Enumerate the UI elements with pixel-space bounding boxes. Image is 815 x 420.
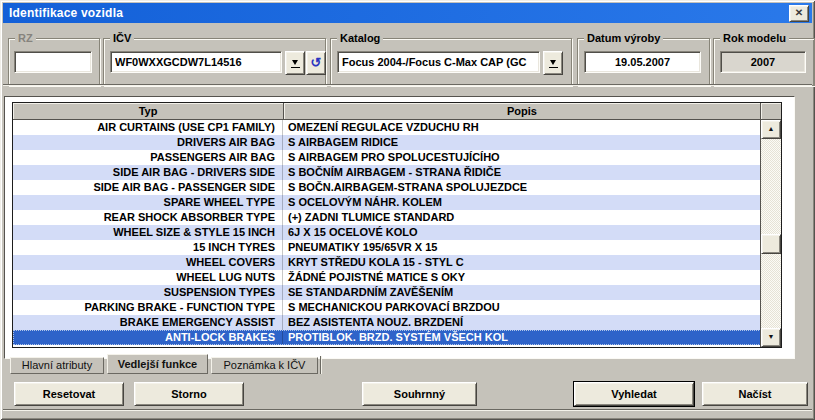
- datum-vyroby-value[interactable]: 19.05.2007: [584, 51, 701, 73]
- table-row[interactable]: PARKING BRAKE - FUNCTION TYPES MECHANICK…: [13, 300, 761, 315]
- icv-undo-button[interactable]: ↺: [306, 51, 326, 75]
- storno-button[interactable]: Storno: [134, 382, 244, 406]
- datum-vyroby-groupbox: Datum výroby 19.05.2007: [577, 38, 710, 86]
- vyhledat-button[interactable]: Vyhledat: [574, 382, 694, 406]
- table-row[interactable]: WHEEL COVERSKRYT STŘEDU KOLA 15 - STYL C: [13, 255, 761, 270]
- column-header-popis[interactable]: Popis: [284, 103, 761, 120]
- katalog-dropdown-button[interactable]: [543, 51, 563, 75]
- table-row[interactable]: SIDE AIR BAG - DRIVERS SIDES BOČNÍM AIRB…: [13, 165, 761, 180]
- cell-popis: S OCELOVÝM NÁHR. KOLEM: [283, 195, 761, 210]
- table-row[interactable]: SUSPENSION TYPESSE STANDARDNÍM ZAVĚŠENÍM: [13, 285, 761, 300]
- table-row[interactable]: BRAKE EMERGENCY ASSISTBEZ ASISTENTA NOUZ…: [13, 315, 761, 330]
- table-body: AIR CURTAINS (USE CP1 FAMILY)OMEZENÍ REG…: [13, 120, 761, 347]
- cell-popis: PNEUMATIKY 195/65VR X 15: [283, 240, 761, 255]
- cell-popis: 6J X 15 OCELOVÉ KOLO: [283, 225, 761, 240]
- cell-typ: AIR CURTAINS (USE CP1 FAMILY): [13, 120, 283, 135]
- close-icon[interactable]: ✕: [789, 5, 809, 22]
- tab-hlavni-atributy[interactable]: Hlavní atributy: [10, 357, 104, 374]
- tab-vedlejsi-funkce[interactable]: Vedlejší funkce: [107, 354, 208, 374]
- drop-down-icon: [291, 59, 300, 68]
- rz-input[interactable]: [14, 51, 92, 73]
- cell-typ: SIDE AIR BAG - PASSENGER SIDE: [13, 180, 283, 195]
- drop-down-icon: [549, 59, 558, 68]
- katalog-combobox[interactable]: Focus 2004-/Focus C-Max CAP (GC: [337, 51, 540, 73]
- cell-typ: DRIVERS AIR BAG: [13, 135, 283, 150]
- vehicle-identification-dialog: Identifikace vozidla ✕ RZ IČV ↺ Katalog …: [0, 0, 815, 420]
- cell-popis: (+) ZADNI TLUMICE STANDARD: [283, 210, 761, 225]
- cell-popis: KRYT STŘEDU KOLA 15 - STYL C: [283, 255, 761, 270]
- title-bar[interactable]: Identifikace vozidla ✕: [3, 3, 812, 23]
- icv-input[interactable]: [110, 51, 282, 73]
- cell-popis: BEZ ASISTENTA NOUZ. BRZDENÍ: [283, 315, 761, 330]
- table-row[interactable]: WHEEL SIZE & STYLE 15 INCH6J X 15 OCELOV…: [13, 225, 761, 240]
- cell-typ: ANTI-LOCK BRAKES: [13, 330, 283, 345]
- tab-strip-divider: [320, 356, 321, 374]
- cell-popis: S BOČNÍM AIRBAGEM - STRANA ŘIDIČE: [283, 165, 761, 180]
- icv-label: IČV: [110, 31, 134, 45]
- katalog-groupbox: Katalog Focus 2004-/Focus C-Max CAP (GC: [330, 38, 572, 86]
- cell-typ: WHEEL COVERS: [13, 255, 283, 270]
- katalog-label: Katalog: [337, 31, 383, 45]
- tab-poznamka-k-icv[interactable]: Poznámka k IČV: [211, 357, 318, 374]
- resetovat-button[interactable]: Resetovat: [14, 382, 124, 406]
- rok-modelu-value: 2007: [720, 51, 806, 73]
- table-row[interactable]: REAR SHOCK ABSORBER TYPE(+) ZADNI TLUMIC…: [13, 210, 761, 225]
- table-row[interactable]: ANTI-LOCK BRAKESPROTIBLOK. BRZD. SYSTÉM …: [13, 330, 761, 345]
- datum-vyroby-label: Datum výroby: [584, 31, 663, 45]
- column-header-typ[interactable]: Typ: [13, 103, 284, 120]
- cell-typ: SIDE AIR BAG - DRIVERS SIDE: [13, 165, 283, 180]
- table-row[interactable]: WHEEL LUG NUTSŽÁDNÉ POJISTNÉ MATICE S OK…: [13, 270, 761, 285]
- nacist-button[interactable]: Načíst: [702, 382, 808, 406]
- cell-typ: WHEEL SIZE & STYLE 15 INCH: [13, 225, 283, 240]
- vertical-scrollbar[interactable]: ▲ ▼: [760, 120, 781, 347]
- column-header-spacer: [761, 103, 781, 120]
- cell-typ: SUSPENSION TYPES: [13, 285, 283, 300]
- cell-typ: PASSENGERS AIR BAG: [13, 150, 283, 165]
- cell-typ: BRAKE EMERGENCY ASSIST: [13, 315, 283, 330]
- cell-popis: PROTIBLOK. BRZD. SYSTÉM VŠECH KOL: [283, 330, 761, 345]
- scrollbar-thumb[interactable]: [761, 234, 781, 254]
- rok-modelu-groupbox: Rok modelu 2007: [713, 38, 815, 86]
- table-row[interactable]: SIDE AIR BAG - PASSENGER SIDES BOČN.AIRB…: [13, 180, 761, 195]
- table-row[interactable]: AIR CURTAINS (USE CP1 FAMILY)OMEZENÍ REG…: [13, 120, 761, 135]
- icv-dropdown-button[interactable]: [285, 51, 305, 75]
- rz-label: RZ: [15, 31, 36, 45]
- souhrnny-button[interactable]: Souhrnný: [362, 382, 477, 406]
- undo-icon: ↺: [311, 56, 322, 69]
- table-row[interactable]: DRIVERS AIR BAGS AIRBAGEM RIDICE: [13, 135, 761, 150]
- attributes-grid: Typ Popis AIR CURTAINS (USE CP1 FAMILY)O…: [12, 102, 782, 348]
- table-row[interactable]: 15 INCH TYRESPNEUMATIKY 195/65VR X 15: [13, 240, 761, 255]
- table-header: Typ Popis: [13, 103, 781, 120]
- cell-typ: WHEEL LUG NUTS: [13, 270, 283, 285]
- bottom-separator: [3, 409, 812, 411]
- cell-popis: SE STANDARDNÍM ZAVĚŠENÍM: [283, 285, 761, 300]
- dialog-title: Identifikace vozidla: [3, 6, 123, 20]
- icv-groupbox: IČV ↺: [103, 38, 326, 86]
- cell-popis: ŽÁDNÉ POJISTNÉ MATICE S OKY: [283, 270, 761, 285]
- table-row[interactable]: SPARE WHEEL TYPES OCELOVÝM NÁHR. KOLEM: [13, 195, 761, 210]
- scroll-up-icon[interactable]: ▲: [761, 120, 781, 139]
- table-row[interactable]: PASSENGERS AIR BAGS AIRBAGEM PRO SPOLUCE…: [13, 150, 761, 165]
- cell-typ: 15 INCH TYRES: [13, 240, 283, 255]
- cell-popis: OMEZENÍ REGULACE VZDUCHU RH: [283, 120, 761, 135]
- cell-typ: SPARE WHEEL TYPE: [13, 195, 283, 210]
- cell-popis: S MECHANICKOU PARKOVACÍ BRZDOU: [283, 300, 761, 315]
- top-separator: [3, 84, 812, 86]
- cell-popis: S AIRBAGEM PRO SPOLUCESTUJÍCÍHO: [283, 150, 761, 165]
- scroll-down-icon[interactable]: ▼: [761, 328, 781, 347]
- cell-typ: REAR SHOCK ABSORBER TYPE: [13, 210, 283, 225]
- table-panel: Typ Popis AIR CURTAINS (USE CP1 FAMILY)O…: [4, 96, 795, 359]
- cell-typ: PARKING BRAKE - FUNCTION TYPE: [13, 300, 283, 315]
- rz-groupbox: RZ: [8, 38, 100, 86]
- rok-modelu-label: Rok modelu: [720, 31, 789, 45]
- cell-popis: S BOČN.AIRBAGEM-STRANA SPOLUJEZDCE: [283, 180, 761, 195]
- cell-popis: S AIRBAGEM RIDICE: [283, 135, 761, 150]
